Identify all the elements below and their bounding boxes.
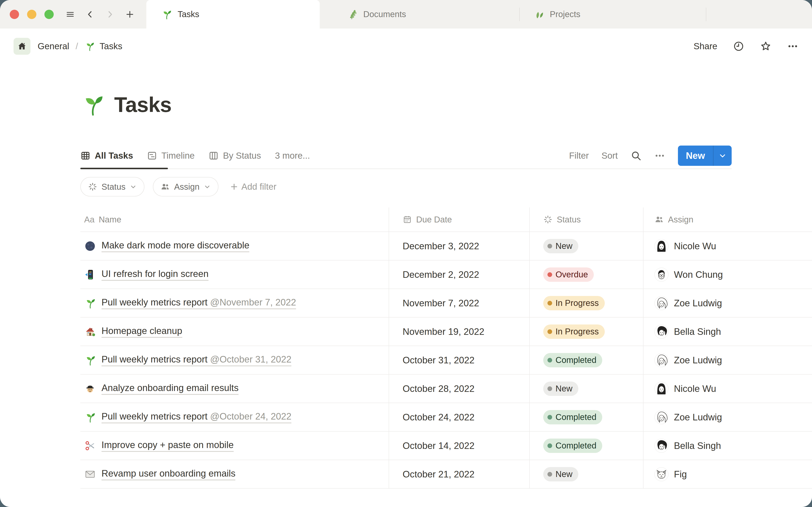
assign-cell[interactable]: Bella Singh — [644, 318, 812, 346]
table-row[interactable]: Analyze onboarding email results October… — [80, 375, 812, 403]
table-row[interactable]: Homepage cleanup November 19, 2022 In Pr… — [80, 318, 812, 346]
task-page-link[interactable]: Improve copy + paste on mobile — [101, 440, 234, 452]
status-cell[interactable]: Completed — [530, 432, 644, 460]
name-cell[interactable]: Make dark mode more discoverable — [80, 232, 389, 260]
new-button[interactable]: New — [678, 146, 732, 166]
assign-cell[interactable]: Nicole Wu — [644, 232, 812, 260]
due-date-cell[interactable]: October 31, 2022 — [389, 346, 530, 374]
due-date-cell[interactable]: November 19, 2022 — [389, 318, 530, 346]
task-date-mention: @November 7, 2022 — [210, 297, 296, 307]
name-cell[interactable]: UI refresh for login screen — [80, 261, 389, 289]
due-date-cell[interactable]: October 28, 2022 — [389, 375, 530, 403]
history-clock-icon[interactable] — [733, 41, 744, 52]
status-cell[interactable]: Overdue — [530, 261, 644, 289]
assign-cell[interactable]: Zoe Ludwig — [644, 403, 812, 431]
name-cell[interactable]: Pull weekly metrics report @November 7, … — [80, 289, 389, 317]
new-tab-icon[interactable] — [124, 9, 135, 20]
name-cell[interactable]: Revamp user onboarding emails — [80, 460, 389, 488]
status-cell[interactable]: New — [530, 232, 644, 260]
task-page-link[interactable]: Pull weekly metrics report @October 24, … — [101, 411, 291, 424]
column-label: Assign — [668, 215, 693, 224]
table-row[interactable]: Revamp user onboarding emails October 21… — [80, 460, 812, 489]
assign-cell[interactable]: Fig — [644, 460, 812, 488]
view-options-icon[interactable] — [654, 150, 665, 161]
forward-icon[interactable] — [104, 9, 115, 20]
share-button[interactable]: Share — [694, 41, 717, 51]
status-filter-chip[interactable]: Status — [80, 177, 144, 196]
name-cell[interactable]: Analyze onboarding email results — [80, 375, 389, 403]
sort-button[interactable]: Sort — [601, 151, 618, 161]
table-row[interactable]: Pull weekly metrics report @October 24, … — [80, 403, 812, 432]
task-page-link[interactable]: Pull weekly metrics report @October 31, … — [101, 354, 291, 366]
assignee-name: Zoe Ludwig — [674, 355, 722, 365]
minimize-window-button[interactable] — [27, 10, 36, 19]
sidebar-menu-icon[interactable] — [65, 9, 76, 20]
status-dot-icon — [548, 415, 552, 419]
status-cell[interactable]: In Progress — [530, 289, 644, 317]
zoom-window-button[interactable] — [44, 10, 54, 19]
add-filter-button[interactable]: Add filter — [230, 182, 276, 192]
seedling-icon — [80, 92, 105, 117]
filter-button[interactable]: Filter — [569, 151, 589, 161]
view-tab-all-tasks[interactable]: All Tasks — [80, 151, 133, 161]
task-page-link[interactable]: Revamp user onboarding emails — [101, 468, 235, 481]
table-row[interactable]: Make dark mode more discoverable Decembe… — [80, 232, 812, 261]
assign-filter-chip[interactable]: Assign — [153, 177, 218, 196]
name-cell[interactable]: Improve copy + paste on mobile — [80, 432, 389, 460]
assign-cell[interactable]: Won Chung — [644, 261, 812, 289]
scissors-icon — [84, 440, 96, 452]
assign-cell[interactable]: Zoe Ludwig — [644, 346, 812, 374]
task-page-link[interactable]: Homepage cleanup — [101, 326, 182, 338]
status-cell[interactable]: In Progress — [530, 318, 644, 346]
due-date-cell[interactable]: December 2, 2022 — [389, 261, 530, 289]
more-views-button[interactable]: 3 more... — [275, 151, 310, 161]
breadcrumb: General / Tasks Share — [0, 29, 812, 64]
due-date-cell[interactable]: November 7, 2022 — [389, 289, 530, 317]
column-header-due-date[interactable]: Due Date — [389, 208, 530, 231]
search-icon[interactable] — [630, 150, 642, 161]
table-row[interactable]: Improve copy + paste on mobile October 1… — [80, 432, 812, 460]
breadcrumb-separator: / — [75, 41, 78, 51]
assign-cell[interactable]: Zoe Ludwig — [644, 289, 812, 317]
status-cell[interactable]: Completed — [530, 346, 644, 374]
home-icon[interactable] — [13, 38, 31, 55]
view-tab-timeline[interactable]: Timeline — [147, 151, 195, 161]
due-date-cell[interactable]: December 3, 2022 — [389, 232, 530, 260]
breadcrumb-workspace[interactable]: General — [38, 41, 69, 51]
column-header-assign[interactable]: Assign — [644, 208, 812, 231]
assign-cell[interactable]: Bella Singh — [644, 432, 812, 460]
task-page-link[interactable]: Pull weekly metrics report @November 7, … — [101, 297, 296, 309]
table-row[interactable]: Pull weekly metrics report @October 31, … — [80, 346, 812, 375]
column-header-status[interactable]: Status — [530, 208, 644, 231]
back-icon[interactable] — [85, 9, 96, 20]
envelope-icon — [84, 468, 96, 480]
table-row[interactable]: Pull weekly metrics report @November 7, … — [80, 289, 812, 318]
people-icon — [160, 182, 170, 191]
task-page-link[interactable]: UI refresh for login screen — [101, 269, 208, 281]
status-dot-icon — [548, 244, 552, 248]
tab-documents[interactable]: Documents — [333, 0, 519, 29]
close-window-button[interactable] — [10, 10, 19, 19]
table-row[interactable]: UI refresh for login screen December 2, … — [80, 261, 812, 289]
due-date-cell[interactable]: October 21, 2022 — [389, 460, 530, 488]
due-date-cell[interactable]: October 24, 2022 — [389, 403, 530, 431]
more-options-icon[interactable] — [787, 41, 799, 52]
due-date-cell[interactable]: October 14, 2022 — [389, 432, 530, 460]
favorite-star-icon[interactable] — [760, 41, 771, 52]
task-page-link[interactable]: Make dark mode more discoverable — [101, 240, 249, 252]
new-dropdown-chevron[interactable] — [713, 146, 732, 166]
assign-cell[interactable]: Nicole Wu — [644, 375, 812, 403]
status-burst-icon — [88, 182, 97, 191]
status-cell[interactable]: New — [530, 460, 644, 488]
tab-projects[interactable]: Projects — [520, 0, 706, 29]
column-header-name[interactable]: Aa Name — [80, 208, 389, 231]
tab-tasks[interactable]: Tasks — [146, 0, 320, 29]
view-tab-by-status[interactable]: By Status — [208, 151, 261, 161]
task-page-link[interactable]: Analyze onboarding email results — [101, 383, 239, 395]
breadcrumb-page[interactable]: Tasks — [84, 41, 122, 52]
name-cell[interactable]: Pull weekly metrics report @October 31, … — [80, 346, 389, 374]
status-cell[interactable]: New — [530, 375, 644, 403]
status-cell[interactable]: Completed — [530, 403, 644, 431]
name-cell[interactable]: Pull weekly metrics report @October 24, … — [80, 403, 389, 431]
name-cell[interactable]: Homepage cleanup — [80, 318, 389, 346]
